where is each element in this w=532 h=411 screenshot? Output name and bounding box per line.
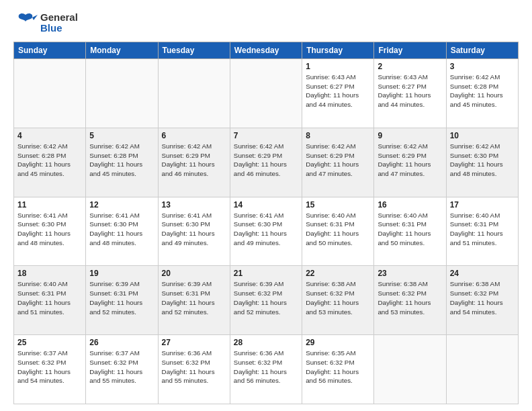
day-info: Sunrise: 6:42 AMSunset: 6:29 PMDaylight:…: [306, 142, 370, 179]
day-info: Sunrise: 6:42 AMSunset: 6:30 PMDaylight:…: [450, 142, 515, 179]
day-number: 12: [89, 200, 154, 210]
day-info: Sunrise: 6:38 AMSunset: 6:32 PMDaylight:…: [378, 279, 442, 316]
day-header-tuesday: Tuesday: [158, 42, 230, 59]
calendar-cell: 7Sunrise: 6:42 AMSunset: 6:29 PMDaylight…: [230, 128, 302, 197]
day-number: 7: [234, 131, 298, 140]
day-number: 28: [234, 338, 298, 347]
calendar-cell: 6Sunrise: 6:42 AMSunset: 6:29 PMDaylight…: [158, 128, 230, 197]
logo: General Blue: [13, 11, 78, 35]
calendar-cell: 16Sunrise: 6:40 AMSunset: 6:31 PMDayligh…: [374, 197, 446, 266]
day-info: Sunrise: 6:42 AMSunset: 6:28 PMDaylight:…: [17, 142, 82, 179]
day-number: 9: [378, 131, 442, 140]
calendar-cell: 25Sunrise: 6:37 AMSunset: 6:32 PMDayligh…: [14, 335, 86, 404]
calendar-cell: 10Sunrise: 6:42 AMSunset: 6:30 PMDayligh…: [446, 128, 518, 197]
calendar-cell: 26Sunrise: 6:37 AMSunset: 6:32 PMDayligh…: [86, 335, 158, 404]
day-number: 26: [89, 338, 154, 347]
calendar-cell: 9Sunrise: 6:42 AMSunset: 6:29 PMDaylight…: [374, 128, 446, 197]
calendar-table: SundayMondayTuesdayWednesdayThursdayFrid…: [13, 42, 519, 404]
calendar-cell: [230, 59, 302, 128]
day-info: Sunrise: 6:41 AMSunset: 6:30 PMDaylight:…: [89, 211, 154, 248]
calendar-cell: 8Sunrise: 6:42 AMSunset: 6:29 PMDaylight…: [302, 128, 374, 197]
day-number: 14: [234, 200, 298, 210]
day-info: Sunrise: 6:35 AMSunset: 6:32 PMDaylight:…: [306, 349, 370, 385]
day-number: 6: [162, 131, 226, 140]
day-info: Sunrise: 6:42 AMSunset: 6:28 PMDaylight:…: [89, 142, 154, 179]
logo-text: General Blue: [40, 12, 78, 34]
calendar-cell: [374, 335, 446, 404]
calendar-week-row: 4Sunrise: 6:42 AMSunset: 6:28 PMDaylight…: [14, 128, 519, 197]
calendar-cell: 27Sunrise: 6:36 AMSunset: 6:32 PMDayligh…: [158, 335, 230, 404]
day-number: 15: [306, 200, 370, 210]
day-info: Sunrise: 6:40 AMSunset: 6:31 PMDaylight:…: [378, 211, 442, 248]
calendar-cell: 29Sunrise: 6:35 AMSunset: 6:32 PMDayligh…: [302, 335, 374, 404]
logo-blue: Blue: [40, 23, 78, 34]
calendar-cell: [446, 335, 518, 404]
day-number: 11: [17, 200, 82, 210]
day-header-friday: Friday: [374, 42, 446, 59]
day-number: 3: [450, 62, 515, 71]
logo-general: General: [40, 12, 78, 24]
day-number: 2: [378, 62, 442, 71]
calendar-cell: 14Sunrise: 6:41 AMSunset: 6:30 PMDayligh…: [230, 197, 302, 266]
calendar-cell: [158, 59, 230, 128]
day-number: 1: [306, 62, 370, 71]
day-header-monday: Monday: [86, 42, 158, 59]
calendar-cell: 17Sunrise: 6:40 AMSunset: 6:31 PMDayligh…: [446, 197, 518, 266]
calendar-cell: 1Sunrise: 6:43 AMSunset: 6:27 PMDaylight…: [302, 59, 374, 128]
calendar-cell: [14, 59, 86, 128]
calendar-cell: 2Sunrise: 6:43 AMSunset: 6:27 PMDaylight…: [374, 59, 446, 128]
day-number: 10: [450, 131, 515, 140]
day-number: 19: [89, 269, 154, 278]
calendar-cell: 13Sunrise: 6:41 AMSunset: 6:30 PMDayligh…: [158, 197, 230, 266]
day-info: Sunrise: 6:40 AMSunset: 6:31 PMDaylight:…: [17, 279, 82, 316]
day-info: Sunrise: 6:37 AMSunset: 6:32 PMDaylight:…: [89, 349, 154, 385]
day-info: Sunrise: 6:38 AMSunset: 6:32 PMDaylight:…: [306, 279, 370, 316]
calendar-cell: 15Sunrise: 6:40 AMSunset: 6:31 PMDayligh…: [302, 197, 374, 266]
day-number: 23: [378, 269, 442, 278]
calendar-cell: 18Sunrise: 6:40 AMSunset: 6:31 PMDayligh…: [14, 266, 86, 335]
day-info: Sunrise: 6:42 AMSunset: 6:29 PMDaylight:…: [162, 142, 226, 179]
day-header-sunday: Sunday: [14, 42, 86, 59]
day-number: 20: [162, 269, 226, 278]
calendar-cell: 11Sunrise: 6:41 AMSunset: 6:30 PMDayligh…: [14, 197, 86, 266]
page-header: General Blue: [13, 11, 519, 35]
calendar-header-row: SundayMondayTuesdayWednesdayThursdayFrid…: [14, 42, 519, 59]
day-info: Sunrise: 6:43 AMSunset: 6:27 PMDaylight:…: [306, 73, 370, 109]
calendar-week-row: 1Sunrise: 6:43 AMSunset: 6:27 PMDaylight…: [14, 59, 519, 128]
day-info: Sunrise: 6:41 AMSunset: 6:30 PMDaylight:…: [234, 211, 298, 248]
day-header-thursday: Thursday: [302, 42, 374, 59]
calendar-cell: 28Sunrise: 6:36 AMSunset: 6:32 PMDayligh…: [230, 335, 302, 404]
day-info: Sunrise: 6:38 AMSunset: 6:32 PMDaylight:…: [450, 279, 515, 316]
day-info: Sunrise: 6:42 AMSunset: 6:29 PMDaylight:…: [234, 142, 298, 179]
day-info: Sunrise: 6:40 AMSunset: 6:31 PMDaylight:…: [450, 211, 515, 248]
calendar-week-row: 25Sunrise: 6:37 AMSunset: 6:32 PMDayligh…: [14, 335, 519, 404]
day-info: Sunrise: 6:42 AMSunset: 6:28 PMDaylight:…: [450, 73, 515, 109]
calendar-cell: 20Sunrise: 6:39 AMSunset: 6:31 PMDayligh…: [158, 266, 230, 335]
day-number: 29: [306, 338, 370, 347]
day-info: Sunrise: 6:37 AMSunset: 6:32 PMDaylight:…: [17, 349, 82, 385]
day-number: 24: [450, 269, 515, 278]
calendar-week-row: 18Sunrise: 6:40 AMSunset: 6:31 PMDayligh…: [14, 266, 519, 335]
day-info: Sunrise: 6:42 AMSunset: 6:29 PMDaylight:…: [378, 142, 442, 179]
day-info: Sunrise: 6:41 AMSunset: 6:30 PMDaylight:…: [17, 211, 82, 248]
day-info: Sunrise: 6:41 AMSunset: 6:30 PMDaylight:…: [162, 211, 226, 248]
day-number: 16: [378, 200, 442, 210]
day-number: 22: [306, 269, 370, 278]
calendar-cell: 24Sunrise: 6:38 AMSunset: 6:32 PMDayligh…: [446, 266, 518, 335]
day-number: 5: [89, 131, 154, 140]
calendar-week-row: 11Sunrise: 6:41 AMSunset: 6:30 PMDayligh…: [14, 197, 519, 266]
day-number: 27: [162, 338, 226, 347]
day-info: Sunrise: 6:40 AMSunset: 6:31 PMDaylight:…: [306, 211, 370, 248]
day-header-wednesday: Wednesday: [230, 42, 302, 59]
calendar-cell: 4Sunrise: 6:42 AMSunset: 6:28 PMDaylight…: [14, 128, 86, 197]
day-number: 4: [17, 131, 82, 140]
day-info: Sunrise: 6:43 AMSunset: 6:27 PMDaylight:…: [378, 73, 442, 109]
day-number: 18: [17, 269, 82, 278]
day-number: 8: [306, 131, 370, 140]
calendar-cell: 3Sunrise: 6:42 AMSunset: 6:28 PMDaylight…: [446, 59, 518, 128]
calendar-cell: 12Sunrise: 6:41 AMSunset: 6:30 PMDayligh…: [86, 197, 158, 266]
day-info: Sunrise: 6:36 AMSunset: 6:32 PMDaylight:…: [162, 349, 226, 385]
logo-bird-icon: [13, 11, 38, 35]
day-info: Sunrise: 6:39 AMSunset: 6:32 PMDaylight:…: [234, 279, 298, 316]
day-info: Sunrise: 6:39 AMSunset: 6:31 PMDaylight:…: [162, 279, 226, 316]
